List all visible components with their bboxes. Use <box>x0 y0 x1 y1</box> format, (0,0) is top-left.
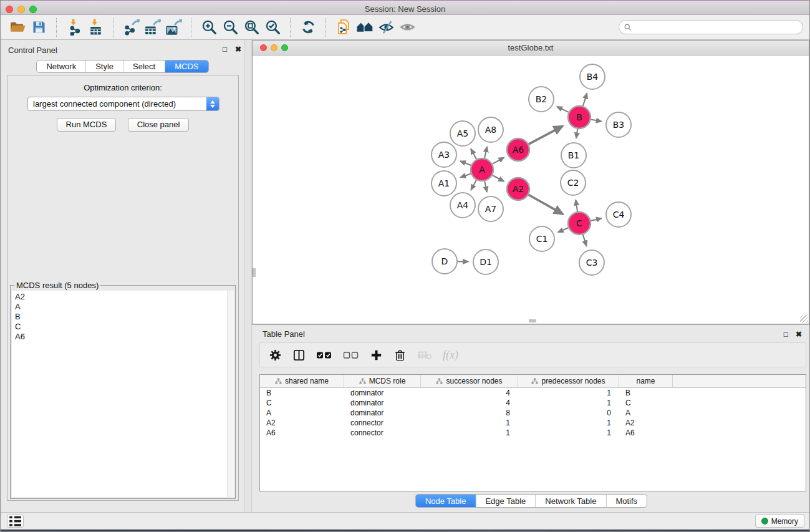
graph-edge-C-C4[interactable] <box>591 218 602 221</box>
graph-edge-C-C2[interactable] <box>576 200 577 212</box>
export-image-icon[interactable] <box>163 17 184 37</box>
graph-node-label: B4 <box>587 72 599 82</box>
graph-edge-A-A8[interactable] <box>485 147 487 158</box>
tab-edge-table[interactable]: Edge Table <box>475 495 535 507</box>
criterion-dropdown[interactable]: largest connected component (directed) <box>27 97 219 111</box>
tab-motifs[interactable]: Motifs <box>605 495 647 507</box>
run-mcds-button[interactable]: Run MCDS <box>57 118 117 132</box>
show-all-icon[interactable] <box>397 17 418 37</box>
graph-edge-A-A6[interactable] <box>493 158 504 164</box>
search-field[interactable] <box>619 20 803 34</box>
column-header-shared-name[interactable]: shared name <box>260 375 344 387</box>
select-all-rows-icon[interactable] <box>316 347 332 363</box>
table-row[interactable]: A2connector11A2 <box>260 418 806 428</box>
column-header-predecessor-nodes[interactable]: predecessor nodes <box>518 375 619 387</box>
column-header-successor-nodes[interactable]: successor nodes <box>421 375 518 387</box>
graph-edge-A-A1[interactable] <box>460 173 471 177</box>
table-cell: A2 <box>260 418 344 427</box>
new-network-from-selection-icon[interactable] <box>333 17 354 37</box>
table-row[interactable]: Bdominator41B <box>260 388 806 398</box>
create-column-icon[interactable] <box>370 347 383 363</box>
delete-table-icon <box>417 347 432 363</box>
control-panel-float-icon[interactable]: □ <box>223 45 227 54</box>
export-table-icon[interactable] <box>142 17 163 37</box>
table-panel-float-icon[interactable]: □ <box>784 330 788 339</box>
graph-edge-A-A7[interactable] <box>485 181 487 192</box>
zoom-out-icon[interactable] <box>219 17 241 37</box>
graph-edge-A-A2[interactable] <box>493 175 504 181</box>
apply-layout-icon[interactable] <box>297 17 319 37</box>
result-scrollbar[interactable] <box>227 291 234 497</box>
toggle-column-display-icon[interactable] <box>292 347 306 363</box>
import-network-icon[interactable] <box>64 17 85 37</box>
graph-edge-B-B3[interactable] <box>591 120 602 122</box>
node-table-header: shared nameMCDS rolesuccessor nodesprede… <box>260 375 806 388</box>
mcds-result-item[interactable]: A2 <box>12 292 234 302</box>
control-panel-close-icon[interactable]: ✖ <box>235 45 241 54</box>
tab-style[interactable]: Style <box>85 60 123 72</box>
desktop-strip-bottom <box>1 530 809 532</box>
canvas-vscroll-fragment[interactable] <box>253 268 256 277</box>
save-session-icon[interactable] <box>28 17 49 37</box>
zoom-in-icon[interactable] <box>198 17 219 37</box>
graph-node-label: A <box>479 165 485 175</box>
canvas-hscroll-fragment[interactable] <box>529 319 536 322</box>
task-history-button[interactable] <box>7 515 24 528</box>
column-header-MCDS-role[interactable]: MCDS role <box>344 375 421 387</box>
graph-edge-B-B1[interactable] <box>576 129 577 138</box>
zoom-selected-icon[interactable] <box>262 17 283 37</box>
mcds-result-item[interactable]: A <box>12 302 234 312</box>
graph-node-label: B1 <box>568 150 580 160</box>
table-row[interactable]: Cdominator41C <box>260 398 806 408</box>
graph-edge-A2-C[interactable] <box>529 195 563 214</box>
graph-edge-A6-B[interactable] <box>529 126 563 144</box>
export-network-icon[interactable] <box>120 17 142 37</box>
table-cell: 1 <box>518 389 619 397</box>
close-panel-button[interactable]: Close panel <box>128 118 190 132</box>
memory-label: Memory <box>771 517 798 526</box>
graph-edge-B-B4[interactable] <box>583 94 587 106</box>
zoom-fit-icon[interactable] <box>241 17 262 37</box>
table-row[interactable]: A6connector11A6 <box>260 428 806 438</box>
graph-edge-A-A4[interactable] <box>471 180 476 190</box>
graph-node-label: A8 <box>485 125 496 135</box>
tab-network-table[interactable]: Network Table <box>535 495 605 507</box>
tab-mcds[interactable]: MCDS <box>165 60 208 72</box>
search-input[interactable] <box>632 22 803 33</box>
delete-columns-icon[interactable] <box>393 347 407 363</box>
mcds-result-item[interactable]: A6 <box>12 332 234 342</box>
table-settings-icon[interactable] <box>269 347 282 363</box>
column-header-name[interactable]: name <box>619 375 673 387</box>
tab-node-table[interactable]: Node Table <box>416 495 476 507</box>
first-neighbors-icon[interactable] <box>354 17 375 37</box>
main-toolbar-icons <box>7 17 418 37</box>
main-toolbar <box>1 15 809 40</box>
function-builder-icon: f(x) <box>443 347 458 363</box>
graph-edge-B-B2[interactable] <box>557 107 569 112</box>
graph-edge-A-A5[interactable] <box>471 149 476 160</box>
mcds-result-item[interactable]: C <box>12 322 234 332</box>
table-cell: C <box>260 399 344 407</box>
network-window-title: testGlobe.txt <box>253 43 809 52</box>
hide-selected-icon[interactable] <box>375 17 397 37</box>
table-panel-close-icon[interactable]: ✖ <box>796 330 802 339</box>
memory-button[interactable]: Memory <box>755 515 804 528</box>
graph-edge-C-C1[interactable] <box>558 228 569 232</box>
deselect-all-rows-icon[interactable] <box>343 347 359 363</box>
panel-splitter[interactable] <box>244 40 252 512</box>
import-table-icon[interactable] <box>85 17 106 37</box>
graph-edge-A-A3[interactable] <box>460 161 471 165</box>
table-cell: 0 <box>518 409 619 417</box>
network-canvas[interactable]: B4B2BB3A5A8A6B1A3AA1C2A2A4A7C4CC1C3DD1 <box>253 56 809 324</box>
table-row[interactable]: Adominator80A <box>260 408 806 418</box>
tab-network[interactable]: Network <box>37 60 85 72</box>
graph-edge-C-C3[interactable] <box>583 235 587 246</box>
mcds-result-list: A2ABCA6 <box>12 291 234 497</box>
graph-node-label: D <box>441 256 448 266</box>
graph-node-label: C <box>576 218 582 228</box>
resize-grip-icon[interactable] <box>800 315 808 323</box>
table-cell: A6 <box>260 428 344 437</box>
mcds-result-item[interactable]: B <box>12 312 234 322</box>
tab-select[interactable]: Select <box>123 60 165 72</box>
open-session-icon[interactable] <box>7 17 28 37</box>
